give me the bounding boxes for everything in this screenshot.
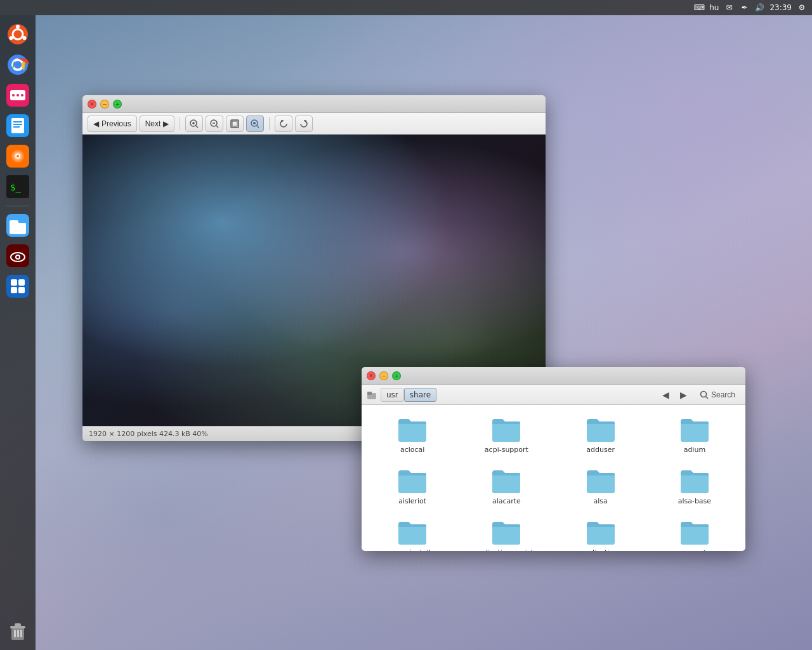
folder-app-install[interactable]: app-install (368, 514, 457, 551)
zoom-in-icon (190, 119, 199, 128)
folder-acpi-support[interactable]: acpi-support (462, 411, 551, 458)
sidebar-divider (6, 206, 29, 206)
zoom-in-button[interactable] (185, 116, 203, 132)
previous-button[interactable]: ◀ Previous (88, 116, 137, 132)
desktop: ⌨ hu ✉ ✒ 🔊 23:39 ⚙ (0, 0, 812, 650)
fm-close-button[interactable]: ✕ (367, 371, 376, 380)
rotate-left-button[interactable] (275, 116, 292, 132)
previous-label: Previous (102, 119, 131, 128)
zoom-1to1-icon (251, 119, 259, 128)
search-button[interactable]: Search (695, 388, 740, 401)
nav-forward-button[interactable]: ▶ (677, 388, 691, 402)
svg-point-12 (21, 94, 23, 96)
sidebar-item-ubuntu[interactable] (4, 20, 32, 48)
top-panel: ⌨ hu ✉ ✒ 🔊 23:39 ⚙ (0, 0, 812, 15)
mail-icon[interactable]: ✉ (724, 3, 734, 13)
svg-point-60 (700, 391, 706, 397)
zoom-1to1-button[interactable] (246, 116, 264, 132)
folder-alsa[interactable]: alsa (556, 463, 645, 509)
close-button[interactable]: ✕ (88, 100, 96, 109)
pen-icon[interactable]: ✒ (739, 3, 749, 13)
location-icon (367, 390, 377, 400)
svg-rect-36 (11, 287, 17, 293)
svg-rect-59 (367, 392, 372, 395)
sidebar: $_ (0, 15, 36, 650)
folder-icon (679, 415, 710, 443)
svg-rect-16 (13, 124, 22, 125)
image-viewer-toolbar: ◀ Previous Next ▶ (82, 113, 546, 135)
svg-line-49 (216, 126, 218, 128)
file-manager-window: ✕ − + usr share ◀ ▶ (362, 367, 745, 551)
fm-maximize-button[interactable]: + (392, 371, 401, 380)
svg-line-61 (705, 396, 708, 399)
svg-rect-42 (17, 630, 19, 637)
next-button[interactable]: Next ▶ (140, 116, 175, 132)
svg-rect-40 (15, 623, 21, 627)
breadcrumb: usr share (381, 388, 655, 402)
svg-rect-41 (14, 630, 16, 637)
svg-rect-14 (11, 118, 24, 133)
zoom-fit-icon (230, 119, 239, 128)
sidebar-item-eye[interactable] (4, 242, 32, 270)
svg-rect-15 (13, 121, 22, 123)
folder-icon (397, 518, 428, 546)
breadcrumb-current[interactable]: share (404, 388, 436, 402)
folder-adduser[interactable]: adduser (556, 411, 645, 458)
folder-label: acpi-support (485, 446, 528, 454)
zoom-out-button[interactable] (206, 116, 223, 132)
sidebar-item-chromium[interactable] (4, 51, 32, 79)
folder-label: aclocal (400, 446, 424, 454)
sidebar-item-files[interactable] (4, 211, 32, 239)
svg-point-10 (12, 94, 15, 96)
svg-rect-52 (232, 121, 237, 126)
sidebar-item-terminal[interactable]: $_ (4, 173, 32, 201)
breadcrumb-parent[interactable]: usr (381, 388, 404, 402)
maximize-button[interactable]: + (113, 100, 122, 109)
svg-point-4 (10, 36, 13, 40)
nav-back-button[interactable]: ◀ (659, 388, 673, 402)
svg-point-55 (253, 122, 256, 124)
folder-label: application-registry (473, 548, 540, 551)
folder-adium[interactable]: adium (650, 411, 739, 458)
sidebar-item-grid[interactable] (4, 272, 32, 300)
volume-icon[interactable]: 🔊 (754, 3, 764, 13)
folder-icon (586, 518, 616, 546)
folder-icon (679, 467, 710, 494)
sidebar-item-writer[interactable] (4, 112, 32, 140)
toolbar-sep-2 (269, 117, 270, 130)
folder-icon (397, 415, 428, 443)
svg-rect-33 (6, 275, 29, 298)
folder-icon (586, 467, 616, 494)
folder-aisleriot[interactable]: aisleriot (368, 463, 457, 509)
folder-alacarte[interactable]: alacarte (462, 463, 551, 509)
svg-point-11 (16, 94, 19, 96)
folder-label: alsa (593, 497, 607, 505)
sidebar-item-audio[interactable] (4, 142, 32, 170)
file-grid: aclocal acpi-support a (362, 405, 745, 551)
folder-label: adium (684, 446, 705, 454)
svg-point-3 (23, 36, 27, 40)
fm-minimize-button[interactable]: − (379, 371, 388, 380)
folder-application-registry[interactable]: application-registry (462, 514, 551, 551)
folder-label: alacarte (492, 497, 521, 505)
file-manager-titlebar: ✕ − + (362, 367, 745, 385)
folder-label: app-install (394, 548, 431, 551)
keyboard-lang: hu (709, 3, 719, 12)
folder-icon (491, 415, 521, 443)
minimize-button[interactable]: − (100, 100, 109, 109)
rotate-right-button[interactable] (295, 116, 313, 132)
svg-rect-37 (18, 287, 25, 293)
folder-label: alsa-base (678, 497, 711, 505)
settings-icon[interactable]: ⚙ (797, 3, 807, 13)
folder-aclocal[interactable]: aclocal (368, 411, 457, 458)
panel-items: ⌨ hu ✉ ✒ 🔊 23:39 ⚙ (694, 3, 807, 13)
sidebar-item-trash[interactable] (4, 617, 32, 645)
keyboard-icon[interactable]: ⌨ (694, 3, 704, 13)
svg-rect-28 (10, 223, 26, 233)
sidebar-item-messaging[interactable] (4, 81, 32, 109)
zoom-fit-button[interactable] (226, 116, 244, 132)
folder-apport[interactable]: apport (650, 514, 739, 551)
folder-alsa-base[interactable]: alsa-base (650, 463, 739, 509)
svg-point-22 (16, 155, 19, 157)
folder-applications[interactable]: applications (556, 514, 645, 551)
